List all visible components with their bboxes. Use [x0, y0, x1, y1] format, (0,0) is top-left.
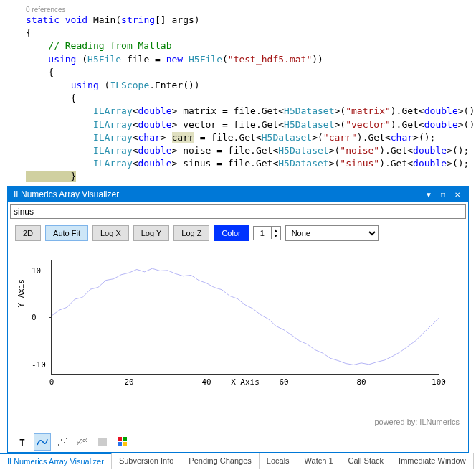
x-axis-label: X Axis — [51, 377, 439, 387]
x-tick: 80 — [356, 377, 366, 387]
tab-pending[interactable]: Pending Changes — [181, 453, 259, 469]
code-line: ILArray<char> carr = file.Get<H5Dataset>… — [26, 131, 476, 144]
spinner-input[interactable] — [254, 227, 271, 240]
x-tick: 60 — [279, 377, 288, 387]
svg-point-1 — [61, 439, 62, 441]
code-line: { — [26, 92, 476, 105]
logy-button[interactable]: Log Y — [133, 225, 170, 241]
x-tick: 20 — [124, 377, 133, 387]
tab-immediate[interactable]: Immediate Window — [391, 453, 474, 469]
view-mode-icons: T — [8, 429, 468, 452]
2d-button[interactable]: 2D — [15, 225, 41, 241]
scatter-plot-icon[interactable] — [54, 433, 71, 451]
text-view-icon[interactable]: T — [14, 433, 31, 451]
tab-watch[interactable]: Watch 1 — [298, 453, 341, 469]
code-line: ILArray<double> matrix = file.Get<H5Data… — [26, 105, 476, 118]
close-icon[interactable]: ✕ — [452, 189, 462, 199]
powered-by: powered by: ILNumerics — [8, 418, 468, 429]
y-tick: -10 — [32, 360, 46, 370]
visualizer-panel: ILNumerics Array Visualizer ▼ □ ✕ 2D Aut… — [7, 186, 469, 453]
svg-rect-6 — [123, 437, 127, 441]
color-button[interactable]: Color — [214, 225, 248, 241]
plot-area[interactable]: 10 0 -10 0 20 40 60 80 100 — [51, 260, 439, 375]
maximize-icon[interactable]: □ — [438, 189, 448, 199]
tab-locals[interactable]: Locals — [260, 453, 298, 469]
y-tick: 0 — [32, 313, 37, 322]
references-count[interactable]: 0 references — [26, 6, 476, 14]
dropdown-icon[interactable]: ▼ — [424, 189, 434, 199]
panel-title: ILNumerics Array Visualizer — [14, 189, 119, 199]
code-line: static void Main(string[] args) — [26, 14, 476, 27]
code-line: { — [26, 27, 476, 39]
multi-line-icon[interactable] — [74, 433, 91, 451]
x-tick: 40 — [201, 377, 211, 387]
spinner-down-icon[interactable]: ▼ — [272, 233, 280, 239]
tab-subversion[interactable]: Subversion Info — [112, 453, 181, 469]
line-width-spinner[interactable]: ▲ ▼ — [253, 226, 281, 240]
line-chart — [52, 260, 439, 374]
x-tick: 0 — [49, 377, 54, 387]
code-line: { — [26, 66, 476, 79]
code-line: ILArray<double> noise = file.Get<H5Datas… — [26, 144, 476, 157]
code-line: using (ILScope.Enter()) — [26, 79, 476, 92]
svg-point-3 — [66, 438, 67, 439]
svg-rect-8 — [123, 442, 127, 446]
logz-button[interactable]: Log Z — [173, 225, 209, 241]
y-tick: 10 — [32, 265, 41, 275]
svg-point-0 — [58, 444, 60, 446]
code-line: ILArray<double> sinus = file.Get<H5Datas… — [26, 157, 476, 170]
tab-visualizer[interactable]: ILNumerics Array Visualizer — [0, 453, 112, 469]
code-comment: // Reading from Matlab — [26, 39, 476, 52]
code-line: using (H5File file = new H5File("test_hd… — [26, 53, 476, 66]
svg-rect-4 — [98, 438, 107, 446]
logx-button[interactable]: Log X — [92, 225, 129, 241]
tab-callstack[interactable]: Call Stack — [341, 453, 392, 469]
color-grid-icon[interactable] — [114, 433, 131, 451]
svg-rect-7 — [118, 442, 122, 446]
spinner-up-icon[interactable]: ▲ — [272, 227, 280, 233]
svg-point-2 — [64, 442, 65, 443]
surface-plot-icon[interactable] — [94, 433, 111, 451]
y-axis-label: Y Axis — [16, 279, 26, 308]
toolbar: 2D Auto Fit Log X Log Y Log Z Color ▲ ▼ … — [8, 221, 468, 245]
code-line: } — [26, 170, 476, 183]
expression-input[interactable] — [10, 204, 466, 219]
chart[interactable]: Y Axis 10 0 -10 0 20 40 60 80 100 X Axis — [8, 245, 468, 418]
line-plot-icon[interactable] — [34, 433, 51, 451]
bottom-tabs: ILNumerics Array Visualizer Subversion I… — [0, 453, 476, 469]
code-line: ILArray<double> vector = file.Get<H5Data… — [26, 118, 476, 131]
panel-titlebar[interactable]: ILNumerics Array Visualizer ▼ □ ✕ — [8, 187, 468, 202]
svg-rect-5 — [118, 437, 122, 441]
marker-select[interactable]: None — [285, 225, 379, 241]
code-editor[interactable]: 0 references static void Main(string[] a… — [0, 0, 476, 183]
autofit-button[interactable]: Auto Fit — [45, 225, 88, 241]
x-tick: 100 — [432, 377, 446, 387]
